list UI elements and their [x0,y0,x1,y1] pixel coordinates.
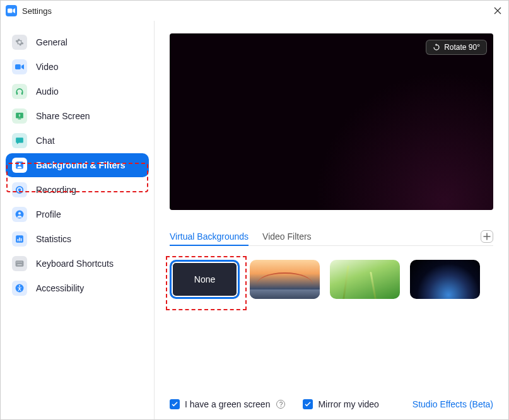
sidebar-item-share-screen[interactable]: Share Screen [6,104,149,128]
svg-rect-16 [16,260,24,266]
svg-point-7 [18,163,21,166]
gear-icon [12,35,27,50]
statistics-icon [12,231,27,247]
add-background-button[interactable] [481,230,493,243]
share-screen-icon [12,108,27,124]
svg-rect-2 [16,92,18,95]
video-preview: Rotate 90° [170,33,493,210]
svg-rect-18 [18,262,19,262]
svg-rect-13 [18,239,19,242]
tab-virtual-backgrounds[interactable]: Virtual Backgrounds [170,228,249,245]
sidebar-item-label: Chat [36,136,55,146]
checkbox-checked-icon [170,399,180,409]
sidebar-item-background-filters[interactable]: Background & Filters [6,153,149,177]
sidebar-item-label: Statistics [36,234,71,244]
mirror-video-checkbox[interactable]: Mirror my video [303,399,378,409]
bottom-bar: I have a green screen ? Mirror my video … [170,393,493,409]
sidebar-item-keyboard-shortcuts[interactable]: Keyboard Shortcuts [6,252,149,276]
sidebar-item-label: Accessibility [36,283,84,293]
background-option-earth[interactable] [410,260,480,299]
keyboard-icon [12,256,27,271]
sidebar-item-chat[interactable]: Chat [6,129,149,153]
video-icon [12,59,27,74]
close-button[interactable] [492,5,503,16]
sidebar-item-accessibility[interactable]: Accessibility [6,276,149,300]
sidebar-item-label: Share Screen [36,111,90,121]
studio-effects-link[interactable]: Studio Effects (Beta) [412,399,493,409]
settings-window: Settings General Video [0,0,509,420]
svg-rect-1 [15,64,21,69]
sidebar-item-general[interactable]: General [6,30,149,54]
sidebar-item-recording[interactable]: Recording [6,178,149,202]
rotate-button[interactable]: Rotate 90° [426,40,487,55]
svg-rect-17 [16,262,17,262]
svg-point-11 [18,212,21,214]
background-option-none[interactable]: None [170,260,240,299]
background-option-grass[interactable] [330,260,400,299]
tab-bar: Virtual Backgrounds Video Filters [170,228,493,246]
sidebar-item-label: Video [36,62,59,72]
content-area: General Video Audio Share Screen [1,21,508,419]
sidebar-item-label: Background & Filters [36,160,126,170]
accessibility-icon [12,281,27,296]
sidebar-item-label: Keyboard Shortcuts [36,259,114,269]
green-screen-checkbox[interactable]: I have a green screen ? [170,399,285,409]
sidebar-item-video[interactable]: Video [6,55,149,79]
profile-icon [12,207,27,222]
svg-rect-3 [21,92,23,95]
background-option-bridge[interactable] [250,260,320,299]
svg-rect-19 [20,262,20,262]
svg-rect-20 [21,262,21,262]
rotate-icon [433,44,440,51]
sidebar-item-label: Profile [36,209,61,219]
main-panel: Rotate 90° Virtual Backgrounds Video Fil… [155,21,508,419]
window-title: Settings [22,6,492,16]
svg-rect-14 [19,238,20,242]
sidebar-item-profile[interactable]: Profile [6,202,149,226]
svg-rect-0 [8,9,13,13]
tab-video-filters[interactable]: Video Filters [262,228,312,245]
mirror-video-label: Mirror my video [318,399,378,409]
svg-point-9 [18,189,21,192]
recording-icon [12,182,27,197]
thumb-none-label: None [194,274,215,284]
sidebar-item-label: General [36,37,67,47]
checkbox-checked-icon [303,399,313,409]
background-thumbnails: None [170,260,493,299]
sidebar-item-label: Audio [36,86,59,96]
headphones-icon [12,84,27,99]
sidebar-item-statistics[interactable]: Statistics [6,227,149,251]
chat-icon [12,133,27,148]
green-screen-label: I have a green screen [185,399,270,409]
sidebar-item-label: Recording [36,185,76,195]
sidebar-item-audio[interactable]: Audio [6,79,149,103]
rotate-label: Rotate 90° [444,43,480,52]
svg-point-23 [19,285,20,286]
svg-rect-5 [18,119,21,119]
help-icon[interactable]: ? [276,400,285,409]
titlebar: Settings [1,1,508,21]
background-icon [12,158,27,173]
plus-icon [483,233,491,240]
sidebar: General Video Audio Share Screen [1,21,155,419]
svg-rect-21 [18,264,22,265]
app-icon [6,5,17,16]
svg-rect-15 [21,238,22,242]
